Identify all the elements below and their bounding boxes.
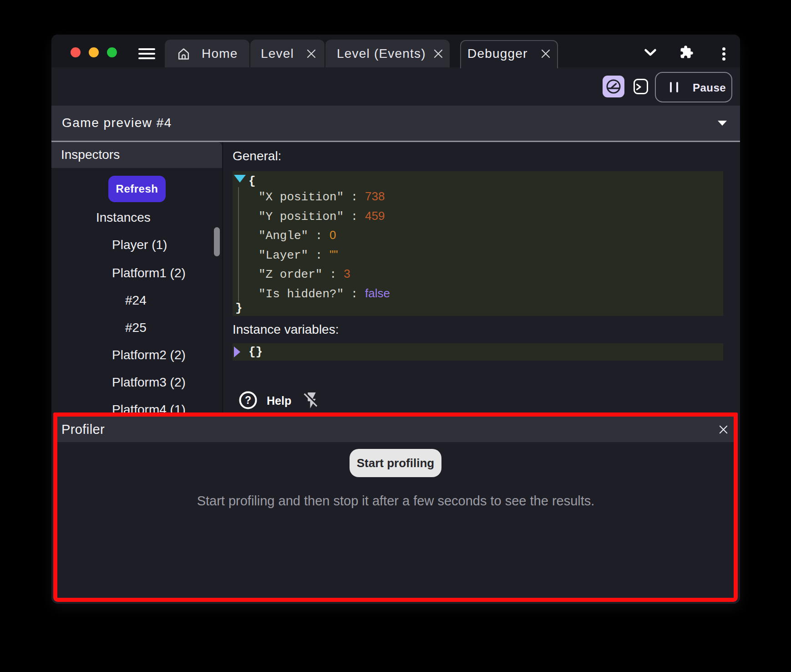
svg-text:?: ?	[245, 394, 251, 406]
